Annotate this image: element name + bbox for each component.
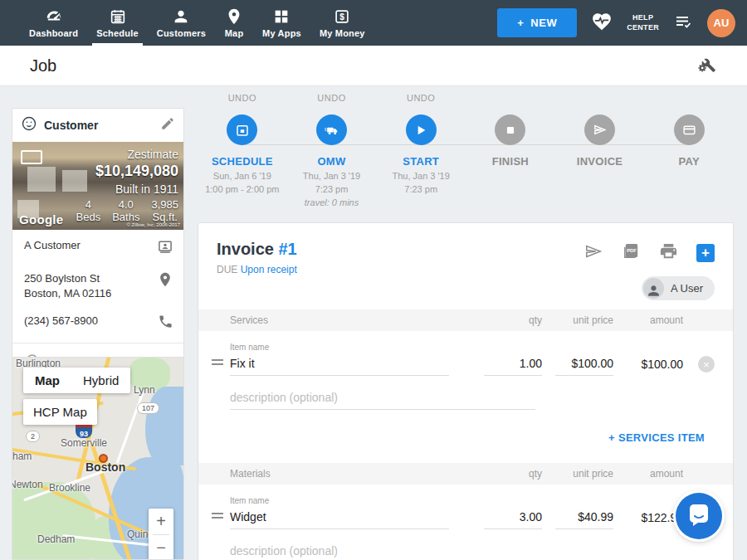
zoom-out-button[interactable]: − bbox=[149, 535, 173, 560]
customer-name-row: A Customer bbox=[12, 230, 183, 263]
map-label-brookline: Brookline bbox=[49, 482, 90, 494]
google-watermark: Google bbox=[19, 212, 63, 226]
map-label-dedham: Dedham bbox=[37, 533, 75, 545]
materials-section-header: Materials qty unit price amount bbox=[198, 463, 733, 485]
service-item-name-input[interactable] bbox=[230, 353, 449, 376]
services-section-header: Services qty unit price amount bbox=[198, 309, 733, 331]
new-button[interactable]: + NEW bbox=[497, 8, 577, 37]
dollar-icon: $ bbox=[332, 7, 352, 28]
map-zoom-control: + − bbox=[149, 509, 173, 560]
nav-label: Customers bbox=[157, 28, 206, 38]
drag-handle-icon[interactable] bbox=[212, 510, 230, 529]
nav-item-customers[interactable]: Customers bbox=[148, 0, 215, 46]
assigned-user-name: A User bbox=[671, 282, 703, 295]
step-finish: FINISH bbox=[466, 93, 555, 210]
send-step-icon[interactable] bbox=[584, 114, 615, 145]
map-label-lynn: Lynn bbox=[134, 384, 155, 396]
nav-right-group: + NEW HELP CENTER AU bbox=[497, 8, 735, 37]
nav-item-dashboard[interactable]: Dashboard bbox=[20, 0, 87, 46]
hcp-map-button[interactable]: HCP Map bbox=[23, 399, 97, 425]
service-qty-input[interactable] bbox=[484, 353, 542, 376]
nav-item-my-money[interactable]: $ My Money bbox=[310, 0, 374, 46]
nav-item-schedule[interactable]: Schedule bbox=[87, 0, 148, 46]
nav-item-map[interactable]: Map bbox=[215, 0, 253, 46]
step-invoice: INVOICE bbox=[555, 93, 645, 210]
svg-text:$: $ bbox=[339, 12, 344, 22]
job-settings-wrench-icon[interactable] bbox=[696, 53, 717, 78]
zillow-copyright: © Zillow, Inc. 2006-2017 bbox=[127, 222, 180, 227]
nav-item-my-apps[interactable]: My Apps bbox=[253, 0, 310, 46]
credit-card-step-icon[interactable] bbox=[674, 114, 705, 145]
service-unit-price-input[interactable] bbox=[555, 353, 613, 376]
map-label-newton: Newton bbox=[12, 479, 43, 490]
property-photo: Zestimate $10,149,080 Built in 1911 4Bed… bbox=[12, 142, 183, 230]
material-unit-price-input[interactable] bbox=[555, 507, 613, 529]
location-pin-icon[interactable] bbox=[157, 271, 173, 291]
phone-icon[interactable] bbox=[158, 314, 173, 333]
step-start: UNDO START Thu, Jan 3 '197:23 pm bbox=[376, 93, 466, 210]
customer-face-icon bbox=[21, 115, 37, 135]
top-navigation: Dashboard Schedule Customers Map My Apps… bbox=[0, 0, 747, 46]
invoice-card: Invoice #1 DUE Upon receipt PDF + bbox=[198, 222, 734, 560]
assigned-user-chip[interactable]: A User bbox=[642, 276, 715, 300]
print-icon[interactable] bbox=[659, 241, 678, 264]
material-qty-input[interactable] bbox=[484, 507, 542, 529]
drag-handle-icon[interactable] bbox=[212, 357, 230, 376]
material-description-input[interactable] bbox=[230, 541, 535, 560]
health-heart-icon[interactable] bbox=[590, 11, 613, 36]
schedule-step-icon[interactable] bbox=[227, 114, 257, 145]
step-pay: PAY bbox=[644, 93, 734, 210]
built-year: Built in 1911 bbox=[76, 182, 178, 197]
undo-omw-button[interactable]: UNDO bbox=[287, 93, 377, 105]
edit-pencil-icon[interactable] bbox=[160, 116, 175, 134]
due-terms-link[interactable]: Upon receipt bbox=[241, 264, 297, 275]
customer-address: 250 Boylston St Boston, MA 02116 bbox=[24, 271, 150, 300]
list-check-icon[interactable] bbox=[672, 12, 694, 35]
job-progress-steps: UNDO SCHEDULE Sun, Jan 6 '191:00 pm - 2:… bbox=[198, 93, 734, 210]
customer-phone-row: (234) 567-8900 bbox=[12, 305, 183, 343]
user-silhouette-icon bbox=[643, 278, 664, 299]
material-item-name-input[interactable] bbox=[230, 507, 449, 529]
nav-label: Schedule bbox=[96, 28, 139, 38]
i93-shield: 93 bbox=[76, 424, 92, 438]
map-type-hybrid-button[interactable]: Hybrid bbox=[71, 368, 130, 393]
invoice-due: DUE Upon receipt bbox=[217, 264, 715, 275]
add-invoice-button[interactable]: + bbox=[696, 244, 715, 262]
zestimate-value: $10,149,080 bbox=[76, 162, 178, 181]
material-line-item: Item name $122.97 bbox=[198, 485, 733, 560]
user-avatar[interactable]: AU bbox=[707, 9, 735, 37]
stop-step-icon[interactable] bbox=[495, 114, 525, 145]
truck-step-icon[interactable] bbox=[316, 114, 347, 145]
delete-service-item-button[interactable]: × bbox=[698, 356, 715, 373]
contact-card-icon[interactable] bbox=[157, 238, 173, 258]
customer-address-row: 250 Boylston St Boston, MA 02116 bbox=[12, 263, 183, 305]
baths-fact: 4.0Baths bbox=[112, 198, 139, 224]
map-type-control: Map Hybrid bbox=[23, 368, 130, 393]
customer-phone: (234) 567-8900 bbox=[24, 314, 151, 329]
chat-smile-icon bbox=[687, 502, 710, 530]
step-omw: UNDO OMW Thu, Jan 3 '197:23 pmtravel: 0 … bbox=[287, 93, 377, 210]
map-type-map-button[interactable]: Map bbox=[23, 368, 71, 393]
zoom-in-button[interactable]: + bbox=[149, 509, 173, 534]
add-services-item-link[interactable]: + SERVICES ITEM bbox=[608, 431, 705, 444]
send-invoice-icon[interactable] bbox=[583, 242, 603, 264]
help-center-link[interactable]: HELP CENTER bbox=[627, 13, 659, 32]
nav-label: Map bbox=[225, 28, 244, 38]
map-label-somerville: Somerville bbox=[61, 437, 107, 449]
street-view-icon[interactable] bbox=[21, 150, 42, 164]
pdf-icon[interactable]: PDF bbox=[622, 241, 641, 264]
route-107-shield: 107 bbox=[137, 402, 159, 414]
nav-label: My Apps bbox=[262, 28, 301, 38]
chat-bubble-button[interactable] bbox=[676, 493, 722, 539]
map-label-ham: ham bbox=[12, 450, 32, 462]
undo-start-button[interactable]: UNDO bbox=[376, 93, 466, 105]
mini-map[interactable]: Burlington Lynn 107 2 93 Somerville ham … bbox=[12, 357, 184, 560]
undo-schedule-button[interactable]: UNDO bbox=[198, 93, 287, 105]
calendar-icon bbox=[108, 7, 128, 28]
material-amount: $122.97 bbox=[613, 511, 683, 529]
beds-fact: 4Beds bbox=[76, 198, 101, 224]
service-description-input[interactable] bbox=[230, 387, 535, 410]
play-step-icon[interactable] bbox=[406, 114, 437, 145]
page-header: Job bbox=[0, 46, 747, 86]
nav-label: My Money bbox=[320, 28, 365, 38]
